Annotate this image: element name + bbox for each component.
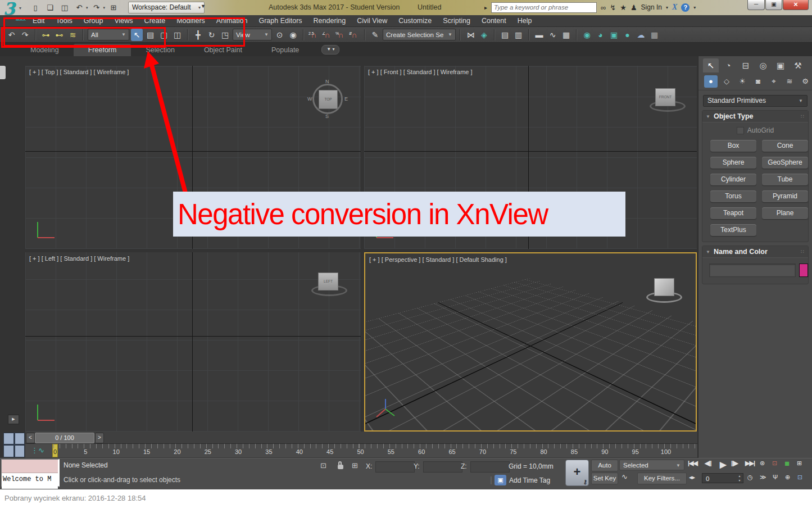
create-sphere-button[interactable]: Sphere <box>710 157 756 169</box>
redo-caret-icon[interactable]: ▾ <box>103 6 106 10</box>
rendered-frame-window-icon[interactable]: ▣ <box>608 29 620 41</box>
open-mini-curve-editor-icon[interactable]: ⋮∿ <box>31 446 44 455</box>
previous-frame-button[interactable]: < <box>26 433 35 443</box>
favorites-star-icon[interactable]: ★ <box>620 3 627 12</box>
render-in-cloud-icon[interactable]: ☁ <box>635 29 647 41</box>
ribbon-tab-populate[interactable]: Populate <box>257 44 314 56</box>
layer-list-icon[interactable]: ▥ <box>512 29 524 41</box>
set-key-button[interactable]: Set Key <box>591 473 618 484</box>
object-color-swatch[interactable] <box>799 264 808 277</box>
geometry-category[interactable]: ● <box>704 75 718 88</box>
frame-step-icons[interactable]: ◂▸ <box>689 474 695 481</box>
sign-in-button[interactable]: Sign In <box>641 3 662 11</box>
open-file-icon[interactable]: ❏ <box>44 2 56 13</box>
selection-lock-icon[interactable] <box>338 465 343 469</box>
ribbon-toggle-icon[interactable]: ▬ <box>533 29 545 41</box>
create-cone-button[interactable]: Cone <box>762 140 808 152</box>
dock-handle[interactable] <box>0 66 6 79</box>
create-teapot-button[interactable]: Teapot <box>710 207 756 219</box>
zoom-icon[interactable]: ⊛ <box>760 460 764 467</box>
go-to-start-icon[interactable]: |◀◀ <box>688 460 697 467</box>
edit-named-selection-sets-icon[interactable]: ✎ <box>369 29 381 41</box>
helpers-category[interactable]: ⌖ <box>767 75 781 88</box>
redo-icon[interactable]: ↷ <box>90 2 103 13</box>
save-file-icon[interactable]: ◫ <box>58 2 71 13</box>
snap-toggle-25d-icon[interactable]: ∩2.5 <box>308 29 320 41</box>
viewport-layout-tabs-icon[interactable] <box>3 433 25 457</box>
pan-hand-icon[interactable]: Ψ <box>773 474 778 480</box>
sign-in-caret-icon[interactable]: ▾ <box>666 5 668 10</box>
viewport-label[interactable]: [ + ] [ Top ] [ Standard ] [ Wireframe ] <box>29 69 129 75</box>
viewcube[interactable]: LEFT <box>318 273 338 290</box>
create-tube-button[interactable]: Tube <box>762 174 808 185</box>
viewport-perspective-active[interactable]: [ + ] [ Perspective ] [ Standard ] [ Def… <box>364 252 697 432</box>
communication-center-icon[interactable]: ↯ <box>610 3 616 12</box>
app-menu-caret-icon[interactable]: ▾ <box>19 6 21 11</box>
project-folder-icon[interactable]: ⊞ <box>107 2 120 13</box>
angle-snap-toggle-icon[interactable]: ∩∠ <box>321 29 333 41</box>
maxscript-mini-listener[interactable]: Welcome to M <box>1 459 60 487</box>
render-setup-icon[interactable]: ◕ <box>595 29 606 41</box>
current-frame-field[interactable]: 0 ▴▾ <box>702 473 743 483</box>
percent-snap-toggle-icon[interactable]: ∩% <box>335 29 347 41</box>
hierarchy-tab[interactable]: ⊟ <box>738 58 754 72</box>
workspace-dropdown[interactable]: Workspace: Default ▾ <box>128 2 205 13</box>
field-of-view-icon[interactable]: ◼ <box>784 460 789 467</box>
modify-tab[interactable]: ◔ <box>720 58 736 72</box>
shapes-category[interactable]: ◇ <box>720 75 733 88</box>
menu-content[interactable]: Content <box>476 15 512 26</box>
search-go-icon[interactable]: ▸ <box>484 4 487 11</box>
space-warps-category[interactable]: ≋ <box>783 75 796 88</box>
add-time-tag-label[interactable]: Add Time Tag <box>509 476 550 484</box>
compass-west[interactable]: W <box>307 96 312 102</box>
rollout-header[interactable]: ▼ Name and Color ∷ <box>702 246 808 258</box>
go-to-end-icon[interactable]: ▶▶| <box>745 460 755 467</box>
user-icon[interactable]: ♟ <box>630 3 637 12</box>
compass-north[interactable]: N <box>325 79 329 84</box>
compass-east[interactable]: E <box>344 96 348 102</box>
viewcube[interactable]: FRONT <box>655 88 675 106</box>
create-tab[interactable]: ↖ <box>703 58 719 72</box>
mini-track-expand-icon[interactable]: ▶ <box>8 415 19 424</box>
maximize-viewport-toggle-icon[interactable]: ⊡ <box>797 474 802 481</box>
key-filters-button[interactable]: Key Filters... <box>637 473 687 484</box>
track-bar[interactable]: ⋮∿ 0510152025303540455055606570758085909… <box>25 444 697 458</box>
new-file-icon[interactable]: ▯ <box>29 2 42 13</box>
viewcube[interactable]: TOP <box>319 90 338 109</box>
curve-editor-icon[interactable]: ∿ <box>547 29 559 41</box>
primitives-dropdown[interactable]: Standard Primitives ▼ <box>703 95 808 107</box>
play-icon[interactable]: ▶ <box>720 460 726 470</box>
key-selection-set-dropdown[interactable]: Selected ▼ <box>619 460 684 470</box>
next-frame-button[interactable]: > <box>95 433 104 443</box>
create-cylinder-button[interactable]: Cylinder <box>710 174 756 185</box>
create-torus-button[interactable]: Torus <box>710 190 756 202</box>
auto-key-button[interactable]: Auto Key <box>591 460 618 471</box>
autodesk-exchange-icon[interactable]: X <box>672 3 677 12</box>
orbit-icon[interactable]: ⊕ <box>785 474 790 481</box>
x-coord-field[interactable] <box>375 461 415 473</box>
absolute-mode-transform-icon[interactable]: ⊞ <box>352 461 358 470</box>
render-production-icon[interactable]: ● <box>622 29 633 41</box>
set-keys-button[interactable]: +⚷ <box>565 460 589 486</box>
compass-south[interactable]: S <box>325 114 329 119</box>
previous-frame-icon[interactable]: ◀|| <box>705 460 711 467</box>
menu-scripting[interactable]: Scripting <box>437 15 476 26</box>
listener-output-pane[interactable]: Welcome to M <box>2 473 58 489</box>
material-editor-icon[interactable]: ◉ <box>581 29 593 41</box>
help-icon[interactable]: ? <box>681 3 689 12</box>
listener-macro-pane[interactable] <box>2 460 58 473</box>
create-pyramid-button[interactable]: Pyramid <box>762 190 808 202</box>
lights-category[interactable]: ☀ <box>736 75 749 88</box>
menu-customize[interactable]: Customize <box>393 15 437 26</box>
schematic-view-icon[interactable]: ▦ <box>560 29 572 41</box>
viewport-layout-icon[interactable]: ⊞ <box>797 460 801 467</box>
menu-rendering[interactable]: Rendering <box>308 15 352 26</box>
use-pivot-point-center-icon[interactable]: ⊙ <box>274 29 285 41</box>
mirror-icon[interactable]: ⋈ <box>465 29 477 41</box>
time-slider[interactable]: 0 / 100 <box>35 433 94 443</box>
create-box-button[interactable]: Box <box>710 140 756 152</box>
ribbon-overflow-icon[interactable]: ▼ ▾ <box>321 45 339 55</box>
keyable-icon[interactable]: ∿ <box>622 473 628 481</box>
create-plane-button[interactable]: Plane <box>762 207 808 219</box>
rollout-header[interactable]: ▼ Object Type ∷ <box>702 111 808 122</box>
